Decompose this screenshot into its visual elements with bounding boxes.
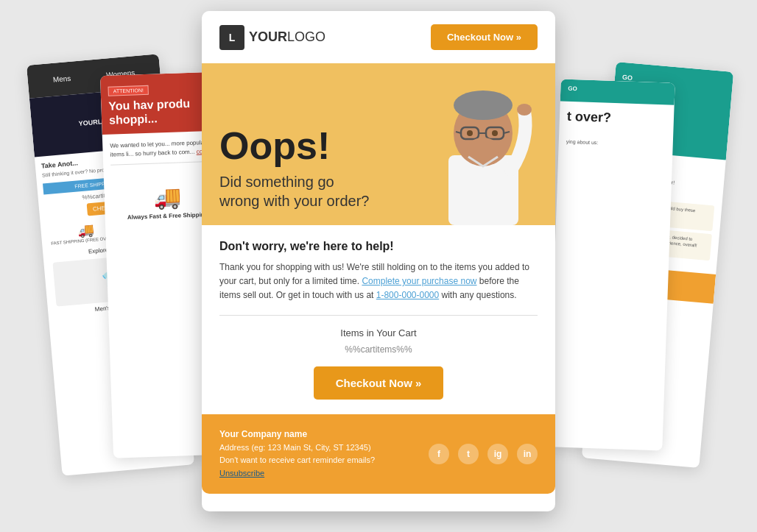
social-icons: f t ig in [429,444,538,464]
svg-point-3 [454,91,513,120]
unsubscribe-link[interactable]: Unsubscribe [219,469,264,478]
svg-point-11 [467,138,499,161]
no-receive-text: Don't want to receive cart reminder emai… [219,455,375,464]
cart-placeholder: %%cartitems%% [219,344,538,355]
company-address: Address (eg: 123 Main St, City, ST 12345… [219,443,371,452]
logo-normal: LOGO [287,29,325,44]
nav-mens[interactable]: Mens [52,74,71,84]
instagram-icon[interactable]: ig [487,444,508,464]
bg-card-right1: GO t over? ying about us: [548,79,675,450]
hero-area: Oops! Did something go wrong with your o… [202,63,555,225]
body-text: Thank you for shopping with us! We're st… [219,260,538,303]
hero-person-figure [415,67,548,225]
svg-point-10 [492,130,498,136]
dont-worry-title: Don't worry, we're here to help! [219,240,538,253]
attention-badge: ATTENTION! [108,85,149,96]
body-text-3: with any questions. [442,290,517,300]
facebook-icon[interactable]: f [429,444,449,464]
card-right1-body: ying about us: [558,132,673,155]
card-left2-text: We wanted to let you... more popular ite… [110,140,206,158]
checkout-now-header-button[interactable]: Checkout Now » [431,24,538,50]
logo-area: L YOURLOGO [219,25,325,50]
footer-company: Your Company name Address (eg: 123 Main … [219,428,375,480]
cart-items-title: Items in Your Cart [219,327,538,338]
twitter-icon[interactable]: t [458,444,479,464]
card-right1-saying: ying about us: [566,138,666,149]
main-header: L YOURLOGO Checkout Now » [202,11,555,63]
checkout-now-big-button[interactable]: Checkout Now » [314,366,444,400]
divider-1 [219,315,538,316]
main-footer: Your Company name Address (eg: 123 Main … [202,414,555,494]
svg-point-9 [467,130,473,136]
card-right1-title: t over? [559,101,674,135]
svg-point-12 [517,104,532,116]
main-body: Don't worry, we're here to help! Thank y… [202,225,555,414]
company-name: Your Company name [219,429,307,439]
main-card: L YOURLOGO Checkout Now » Oops! Did some… [202,11,555,511]
phone-link[interactable]: 1-800-000-0000 [376,290,439,300]
logo-text: YOURLOGO [249,29,325,45]
logo-icon: L [219,25,244,50]
card-right1-logo: GO [568,85,667,96]
hero-subtitle-line2: wrong with your order? [219,193,369,209]
complete-purchase-link[interactable]: Complete your purchase now [362,276,476,286]
linkedin-icon[interactable]: in [517,444,538,464]
hero-subtitle-line1: Did something go [219,174,334,190]
logo-bold: YOUR [249,29,287,44]
